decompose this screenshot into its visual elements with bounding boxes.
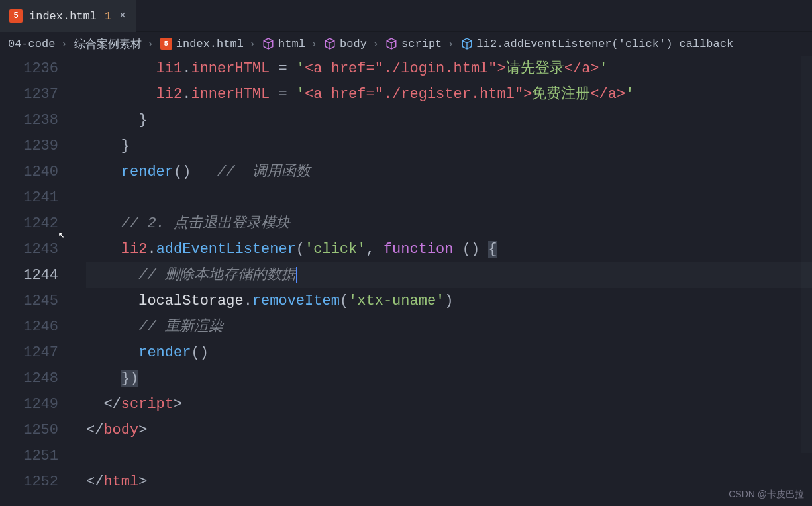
line-number: 1243 <box>0 236 58 262</box>
html5-icon: 5 <box>160 38 172 50</box>
line-number: 1246 <box>0 314 58 340</box>
code-line <box>86 185 812 211</box>
minimap[interactable] <box>801 56 812 453</box>
code-line: // 删除本地存储的数据 <box>86 262 812 288</box>
line-number: 1236 <box>0 56 58 81</box>
breadcrumb-item[interactable]: 04-code› <box>8 38 69 50</box>
chevron-right-icon: › <box>60 38 67 50</box>
symbol-icon <box>262 38 274 50</box>
code-line: } <box>86 107 812 133</box>
code-line: li2.innerHTML = '<a href="./register.htm… <box>86 81 812 107</box>
code-line: </script> <box>86 391 812 417</box>
breadcrumb-item[interactable]: script› <box>385 38 455 50</box>
line-number: 1245 <box>0 288 58 314</box>
line-number: 1252 <box>0 469 58 495</box>
watermark: CSDN @卡皮巴拉 <box>729 489 804 501</box>
breadcrumb-item[interactable]: body› <box>324 38 380 50</box>
code-line: // 2. 点击退出登录模块 <box>86 211 812 236</box>
tab-bar: 5 index.html 1 × <box>0 0 812 32</box>
code-line: render() <box>86 340 812 366</box>
chevron-right-icon: › <box>249 38 256 50</box>
line-gutter: 1236 1237 1238 1239 1240 1241 1242 1243 … <box>0 56 66 506</box>
symbol-icon <box>324 38 336 50</box>
chevron-right-icon: › <box>147 38 154 50</box>
line-number: 1249 <box>0 391 58 417</box>
line-number: 1237 <box>0 81 58 107</box>
breadcrumb-item[interactable]: li2.addEventListener('click') callback <box>461 38 734 50</box>
code-line: // 重新渲染 <box>86 314 812 340</box>
line-number: 1239 <box>0 133 58 159</box>
chevron-right-icon: › <box>372 38 379 50</box>
code-line: </html> <box>86 469 812 495</box>
code-line: li1.innerHTML = '<a href="./login.html">… <box>86 56 812 81</box>
line-number: 1240 <box>0 159 58 185</box>
line-number: 1250 <box>0 417 58 443</box>
code-line: </body> <box>86 417 812 443</box>
line-number: 1248 <box>0 366 58 391</box>
tab-modified-indicator: 1 <box>105 10 111 23</box>
breadcrumb-item[interactable]: html› <box>262 38 319 50</box>
code-editor[interactable]: 1236 1237 1238 1239 1240 1241 1242 1243 … <box>0 56 812 506</box>
symbol-icon <box>461 38 473 50</box>
line-number: 1244 <box>0 262 58 288</box>
symbol-icon <box>385 38 397 50</box>
line-number: 1241 <box>0 185 58 211</box>
line-number: 1247 <box>0 340 58 366</box>
line-number: 1242 <box>0 211 58 236</box>
close-icon[interactable]: × <box>118 9 127 23</box>
chevron-right-icon: › <box>447 38 454 50</box>
code-line <box>86 443 812 469</box>
breadcrumb-item[interactable]: 综合案例素材› <box>74 36 155 52</box>
line-number: 1238 <box>0 107 58 133</box>
code-line: localStorage.removeItem('xtx-uname') <box>86 288 812 314</box>
code-line: render() // 调用函数 <box>86 159 812 185</box>
breadcrumb: 04-code› 综合案例素材› 5index.html› html› body… <box>0 32 812 56</box>
html5-icon: 5 <box>9 9 23 23</box>
code-content[interactable]: li1.innerHTML = '<a href="./login.html">… <box>66 56 812 506</box>
breadcrumb-item[interactable]: 5index.html› <box>160 38 257 50</box>
code-line: li2.addEventListener('click', function (… <box>86 236 812 262</box>
code-line: } <box>86 133 812 159</box>
chevron-right-icon: › <box>311 38 317 50</box>
line-number: 1251 <box>0 443 58 469</box>
file-tab[interactable]: 5 index.html 1 × <box>0 0 136 32</box>
code-line: }) <box>86 366 812 391</box>
tab-filename: index.html <box>29 10 97 23</box>
